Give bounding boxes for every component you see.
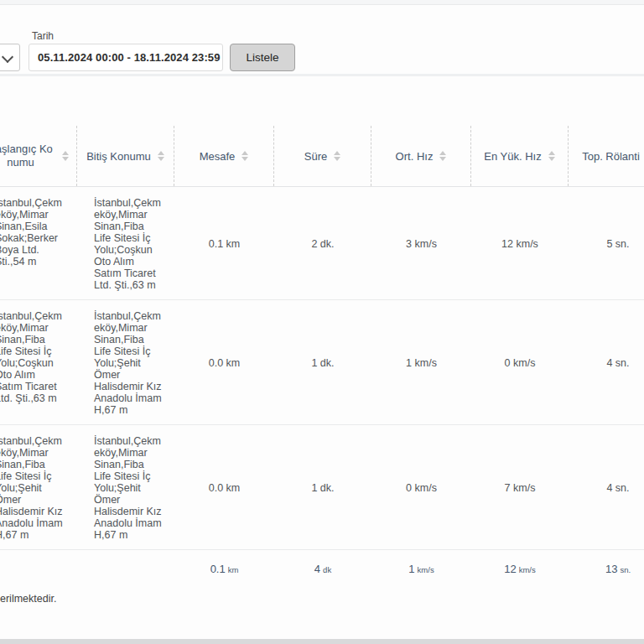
end-location-cell: İstanbul,Çekm eköy,Mimar Sinan,Fiba Life…: [77, 435, 174, 541]
idle-cell: 4 sn.: [569, 482, 644, 494]
avg-speed-cell: 3 km/s: [371, 238, 471, 250]
top-strip: [0, 0, 644, 5]
distance-cell: 0.0 km: [174, 357, 274, 369]
duration-cell: 1 dk.: [274, 482, 371, 494]
date-field-label: Tarih: [32, 30, 54, 42]
totals-empty-cell: [0, 561, 77, 576]
max-speed-cell: 12 km/s: [471, 238, 569, 250]
distance-cell: 0.1 km: [174, 238, 274, 250]
sort-arrows-icon[interactable]: [334, 151, 340, 161]
total-max-speed: 12km/s: [471, 561, 569, 576]
idle-cell: 4 sn.: [569, 357, 644, 369]
start-location-cell: İstanbul,Çekm eköy,Mimar Sinan,Fiba Life…: [0, 310, 77, 416]
max-speed-cell: 0 km/s: [471, 357, 569, 369]
total-distance: 0.1km: [174, 561, 274, 576]
section-divider: [0, 74, 644, 76]
chevron-down-icon: [2, 51, 13, 63]
sort-arrows-icon[interactable]: [548, 151, 555, 161]
duration-cell: 1 dk.: [274, 357, 371, 369]
total-avg-speed: 1km/s: [371, 561, 471, 576]
trips-table: Başlangıç Konumu Bitiş Konumu Mesafe Sür…: [0, 126, 644, 588]
idle-cell: 5 sn.: [569, 238, 644, 250]
table-row: İstanbul,Çekm eköy,Mimar Sinan,Fiba Life…: [0, 300, 644, 425]
column-header-distance[interactable]: Mesafe: [174, 126, 274, 186]
date-range-input[interactable]: 05.11.2024 00:00 - 18.11.2024 23:59: [29, 44, 223, 71]
column-header-avg-speed[interactable]: Ort. Hız: [371, 126, 471, 186]
end-location-cell: İstanbul,Çekm eköy,Mimar Sinan,Fiba Life…: [77, 197, 174, 291]
end-location-cell: İstanbul,Çekm eköy,Mimar Sinan,Fiba Life…: [77, 310, 174, 416]
table-row: İstanbul,Çekm eköy,Mimar Sinan,Esila Sok…: [0, 187, 644, 300]
table-header-row: Başlangıç Konumu Bitiş Konumu Mesafe Sür…: [0, 126, 644, 187]
sort-arrows-icon[interactable]: [242, 151, 248, 161]
table-row: İstanbul,Çekm eköy,Mimar Sinan,Fiba Life…: [0, 425, 644, 550]
table-totals-row: 0.1km 4dk 1km/s 12km/s 13sn.: [0, 550, 644, 588]
total-idle: 13sn.: [569, 561, 644, 576]
avg-speed-cell: 1 km/s: [371, 357, 471, 369]
vehicle-select[interactable]: [0, 44, 20, 71]
avg-speed-cell: 0 km/s: [371, 482, 471, 494]
horizontal-scrollbar[interactable]: [0, 639, 644, 644]
totals-empty-cell: [77, 561, 174, 576]
column-header-max-speed[interactable]: En Yük. Hız: [471, 126, 569, 186]
sort-arrows-icon[interactable]: [439, 151, 446, 161]
column-header-end-location[interactable]: Bitiş Konumu: [77, 126, 174, 186]
start-location-cell: İstanbul,Çekm eköy,Mimar Sinan,Fiba Life…: [0, 435, 77, 541]
column-header-start-location[interactable]: Başlangıç Konumu: [0, 126, 77, 186]
date-range-value: 05.11.2024 00:00 - 18.11.2024 23:59: [38, 51, 220, 64]
sort-arrows-icon[interactable]: [158, 151, 164, 161]
max-speed-cell: 7 km/s: [471, 482, 569, 494]
start-location-cell: İstanbul,Çekm eköy,Mimar Sinan,Esila Sok…: [0, 197, 77, 291]
column-header-duration[interactable]: Süre: [274, 126, 371, 186]
column-header-total-idle[interactable]: Top. Rölanti: [569, 126, 644, 186]
sort-arrows-icon[interactable]: [62, 151, 69, 161]
listele-button[interactable]: Listele: [230, 44, 295, 71]
distance-cell: 0.0 km: [174, 482, 274, 494]
footnote: erilmektedir.: [0, 593, 56, 605]
duration-cell: 2 dk.: [274, 238, 371, 250]
total-duration: 4dk: [274, 561, 371, 576]
report-page: Tarih 05.11.2024 00:00 - 18.11.2024 23:5…: [0, 0, 644, 644]
